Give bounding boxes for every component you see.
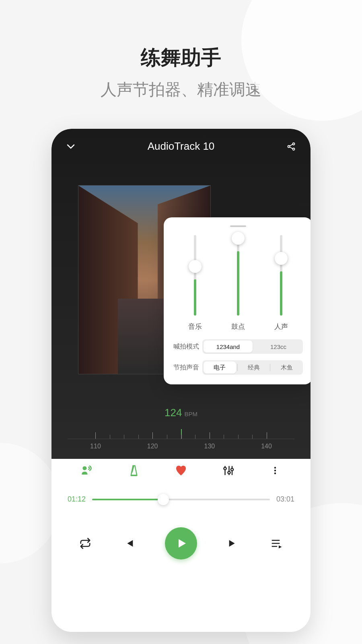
collapse-button[interactable] xyxy=(66,142,76,151)
share-icon[interactable] xyxy=(286,142,296,151)
equalizer-button[interactable] xyxy=(220,463,236,478)
ruler-label: 130 xyxy=(204,443,215,450)
slider-label-music: 音乐 xyxy=(188,322,202,331)
next-button[interactable] xyxy=(225,535,241,551)
playlist-button[interactable] xyxy=(269,535,285,551)
favorite-button[interactable] xyxy=(173,463,189,478)
track-title: AudioTrack 10 xyxy=(148,140,215,153)
beat-slider[interactable] xyxy=(237,235,239,316)
time-total: 03:01 xyxy=(276,495,294,504)
count-mode-label: 喊拍模式 xyxy=(173,343,202,351)
svg-point-4 xyxy=(224,467,226,470)
beat-sound-label: 节拍声音 xyxy=(173,363,202,372)
slider-thumb[interactable] xyxy=(275,252,288,265)
svg-point-9 xyxy=(274,467,276,469)
svg-point-0 xyxy=(83,466,87,470)
bpm-display: 124BPM xyxy=(51,407,311,419)
music-slider[interactable] xyxy=(194,235,196,316)
count-mode-segment: 1234and 123cc xyxy=(202,339,303,354)
beat-sound-segment: 电子 经典 木鱼 xyxy=(202,360,303,375)
svg-point-11 xyxy=(274,473,276,474)
bpm-unit: BPM xyxy=(184,411,197,417)
slider-thumb[interactable] xyxy=(232,232,245,245)
previous-button[interactable] xyxy=(121,535,137,551)
voice-count-button[interactable] xyxy=(79,463,95,478)
sound-option-classic[interactable]: 经典 xyxy=(238,360,270,375)
svg-point-6 xyxy=(228,471,230,474)
progress-bar[interactable] xyxy=(92,499,270,500)
mixer-panel: 音乐 鼓点 人声 喊拍模式 1234and 123cc xyxy=(164,217,311,384)
ruler-label: 120 xyxy=(147,443,158,450)
mode-option-1234and[interactable]: 1234and xyxy=(204,341,253,353)
sound-option-woodfish[interactable]: 木鱼 xyxy=(270,360,303,375)
slider-label-vocal: 人声 xyxy=(274,322,288,331)
slider-thumb[interactable] xyxy=(189,260,202,273)
phone-frame: AudioTrack 10 124BPM xyxy=(51,129,311,632)
svg-point-10 xyxy=(274,470,276,471)
more-menu-button[interactable] xyxy=(267,463,283,478)
metronome-button[interactable] xyxy=(126,463,142,478)
bpm-ruler[interactable]: 110 120 130 140 xyxy=(51,427,311,451)
mode-option-123cc[interactable]: 123cc xyxy=(254,339,303,354)
sound-option-electronic[interactable]: 电子 xyxy=(204,361,236,374)
play-button[interactable] xyxy=(165,527,197,559)
ruler-label: 110 xyxy=(90,443,101,450)
slider-label-beat: 鼓点 xyxy=(231,322,245,331)
repeat-button[interactable] xyxy=(77,535,93,551)
ruler-label: 140 xyxy=(261,443,272,450)
time-current: 01:12 xyxy=(68,495,86,504)
vocal-slider[interactable] xyxy=(280,235,282,316)
svg-point-8 xyxy=(231,468,233,471)
drag-handle-icon[interactable] xyxy=(230,225,246,227)
bpm-value: 124 xyxy=(165,407,182,419)
progress-thumb[interactable] xyxy=(158,494,169,505)
